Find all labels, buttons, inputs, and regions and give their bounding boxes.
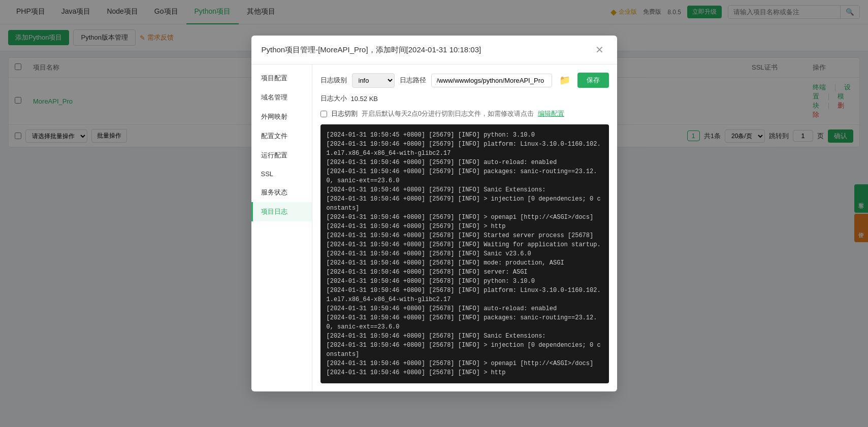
modal-content: 日志级别 debug info warning error 日志路径 📁 保存 … xyxy=(312,64,617,153)
save-button[interactable]: 保存 xyxy=(577,73,609,88)
modal-sidebar: 项目配置 域名管理 外网映射 配置文件 运行配置 SSL 服务状态 项目日志 xyxy=(251,64,312,153)
sidebar-item-external-map[interactable]: 外网映射 xyxy=(251,107,312,126)
modal-header: Python项目管理-[MoreAPI_Pro]，添加时间[2024-01-31… xyxy=(251,36,617,64)
modal: Python项目管理-[MoreAPI_Pro]，添加时间[2024-01-31… xyxy=(251,36,617,153)
file-size-row: 日志大小 10.52 KB xyxy=(320,94,609,103)
folder-button[interactable]: 📁 xyxy=(557,75,572,86)
log-path-input[interactable] xyxy=(431,74,552,87)
modal-title: Python项目管理-[MoreAPI_Pro]，添加时间[2024-01-31… xyxy=(262,45,481,55)
sidebar-item-config-file[interactable]: 配置文件 xyxy=(251,126,312,146)
log-path-label: 日志路径 xyxy=(400,76,426,85)
modal-body: 项目配置 域名管理 外网映射 配置文件 运行配置 SSL 服务状态 项目日志 日… xyxy=(251,64,617,153)
log-level-label: 日志级别 xyxy=(320,76,347,85)
sidebar-item-project-config[interactable]: 项目配置 xyxy=(251,69,312,88)
log-level-select[interactable]: debug info warning error xyxy=(352,73,395,88)
modal-close-button[interactable]: ✕ xyxy=(593,43,607,57)
edit-config-link[interactable]: 编辑配置 xyxy=(538,109,564,118)
log-cut-checkbox[interactable] xyxy=(320,111,327,117)
log-cut-row: 日志切割 开启后默认每天2点0分进行切割日志文件，如需修改请点击 编辑配置 xyxy=(320,109,609,118)
log-cut-title: 日志切割 xyxy=(331,109,358,118)
modal-overlay: Python项目管理-[MoreAPI_Pro]，添加时间[2024-01-31… xyxy=(0,0,868,153)
file-size-value: 10.52 KB xyxy=(351,95,378,103)
log-level-row: 日志级别 debug info warning error 日志路径 📁 保存 xyxy=(320,73,609,88)
log-terminal: [2024-01-31 10:50:45 +0800] [25679] [INF… xyxy=(320,124,609,153)
sidebar-item-domain-mgmt[interactable]: 域名管理 xyxy=(251,88,312,107)
sidebar-item-run-config[interactable]: 运行配置 xyxy=(251,146,312,153)
log-cut-description: 开启后默认每天2点0分进行切割日志文件，如需修改请点击 xyxy=(362,109,534,118)
file-size-label: 日志大小 xyxy=(320,94,347,103)
